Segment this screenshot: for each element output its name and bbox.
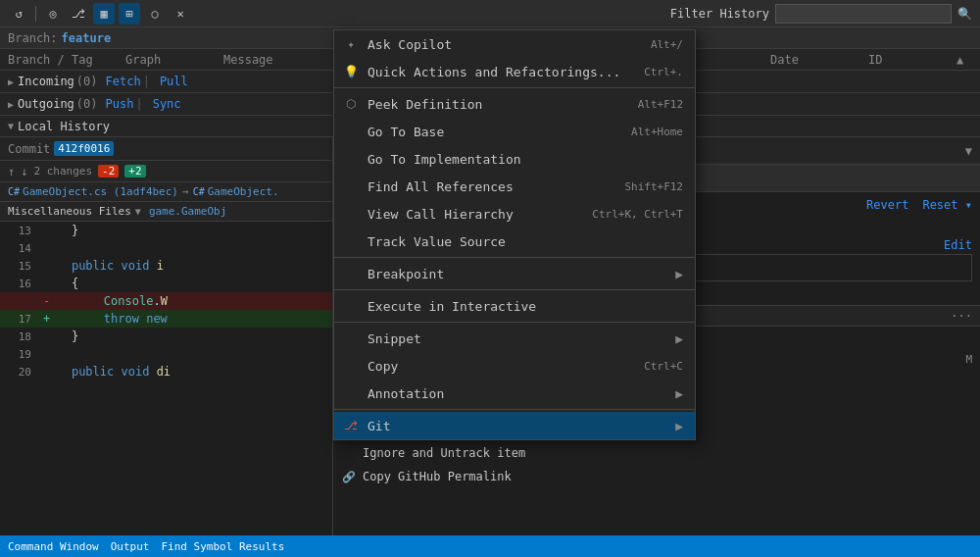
menu-shortcut-copy: Ctrl+C [644,360,683,373]
execute-icon [342,297,360,315]
down-arrow-icon[interactable]: ↓ [21,165,27,178]
status-command-window[interactable]: Command Window [8,540,99,553]
ignore-icon [341,445,357,461]
status-output[interactable]: Output [111,540,150,553]
file-status-badge: M [965,353,972,366]
git-icon: ⎇ [342,417,360,434]
history-icon[interactable]: ▦ [93,3,115,25]
snippet-arrow: ▶ [675,331,683,346]
changes-row: ↑ ↓ 2 changes -2 +2 [0,161,332,182]
menu-item-find-refs[interactable]: Find All References Shift+F12 [334,173,695,200]
search-icon[interactable]: 🔍 [957,7,972,21]
snippet-icon [342,329,360,347]
fetch-link[interactable]: Fetch [106,75,141,88]
menu-item-annotation[interactable]: Annotation ▶ [334,380,695,407]
outgoing-expand-icon: ▶ [8,99,14,110]
menu-item-go-to-impl[interactable]: Go To Implementation [334,145,695,173]
menu-label-copy: Copy [368,359,624,374]
menu-item-execute-interactive[interactable]: Execute in Interactive [334,292,695,320]
file-path-name2: GameObject. [208,185,279,198]
sync-link[interactable]: Sync [153,97,181,111]
menu-label-go-impl: Go To Implementation [368,152,663,167]
ignore-untrack-link[interactable]: Ignore and Untrack item [341,442,972,464]
col-header-id: ID [868,53,956,67]
copy-permalink-link[interactable]: 🔗 Copy GitHub Permalink [341,466,972,487]
menu-label-track-val: Track Value Source [368,234,663,249]
code-line-16: 16 { [0,275,332,292]
reset-button[interactable]: Reset ▾ [922,198,972,212]
code-editor: 13 } 14 15 public void i 16 { - Console.… [0,222,332,537]
menu-label-breakpoint: Breakpoint [368,267,517,281]
toolbar-separator [35,6,36,22]
menu-item-ask-copilot[interactable]: ✦ Ask Copilot Alt+/ [334,30,695,58]
menu-item-breakpoint[interactable]: Breakpoint ▶ [334,260,695,287]
call-hier-icon [342,205,360,223]
settings-icon[interactable]: ○ [144,3,166,25]
top-toolbar: ↺ ◎ ⎇ ▦ ⊞ ○ ✕ Filter History 🔍 [0,0,980,27]
menu-item-track-value[interactable]: Track Value Source [334,228,695,255]
menu-item-call-hierarchy[interactable]: View Call Hierarchy Ctrl+K, Ctrl+T [334,200,695,228]
menu-label-go-base: Go To Base [368,125,612,139]
filter-history-area: Filter History 🔍 [670,4,972,24]
menu-item-quick-actions[interactable]: 💡 Quick Actions and Refactorings... Ctrl… [334,58,695,85]
outgoing-count: (0) [76,97,98,111]
menu-shortcut-quick-actions: Ctrl+. [644,66,683,78]
toolbar-icons: ↺ ◎ ⎇ ▦ ⊞ ○ ✕ [8,3,670,25]
separator-4 [334,322,695,323]
branches-icon[interactable]: ⎇ [68,3,89,25]
code-line-13: 13 } [0,222,332,239]
refresh-icon[interactable]: ↺ [8,3,29,25]
commit-dropdown-icon[interactable]: ▼ [965,144,972,158]
misc-dropdown-icon[interactable]: ▼ [135,206,141,217]
misc-files-row: Miscellaneous Files ▼ game.GameObj [0,202,332,222]
copilot-icon: ✦ [342,35,360,53]
copy-permalink-label: Copy GitHub Permalink [363,470,512,483]
outgoing-label: Outgoing [18,97,74,111]
git-arrow: ▶ [675,419,683,433]
revert-button[interactable]: Revert [866,198,908,212]
code-line-19: 19 [0,345,332,363]
pull-link[interactable]: Pull [160,75,188,88]
code-line-added: 17 + throw new [0,310,332,328]
file-path-row: C# GameObject.cs (1adf4bec) → C# GameObj… [0,182,332,202]
menu-shortcut-peek-def: Alt+F12 [638,98,683,111]
track-val-icon [342,232,360,250]
code-line-20: 20 public void di [0,363,332,380]
pending-changes-icon[interactable]: ◎ [42,3,64,25]
actions-icon[interactable]: ✕ [170,3,191,25]
go-base-icon [342,123,360,140]
plus-badge: +2 [124,165,145,177]
menu-item-snippet[interactable]: Snippet ▶ [334,325,695,352]
branch-label: Branch: [8,31,58,45]
git-graph-icon[interactable]: ⊞ [119,3,140,25]
status-find-symbol[interactable]: Find Symbol Results [161,540,284,553]
up-arrow-icon[interactable]: ↑ [8,165,15,178]
code-line-18: 18 } [0,328,332,345]
filter-history-input[interactable] [775,4,952,24]
col-header-date: Date [770,53,868,67]
branch-name: feature [62,31,112,45]
code-line-14: 14 [0,239,332,257]
menu-item-git[interactable]: ⎇ Git ▶ [334,412,695,439]
code-line-15: 15 public void i [0,257,332,275]
menu-item-peek-definition[interactable]: ⬡ Peek Definition Alt+F12 [334,90,695,118]
changes-more-button[interactable]: ··· [951,309,972,323]
local-history-label: Local History [18,120,110,133]
menu-item-go-to-base[interactable]: Go To Base Alt+Home [334,118,695,145]
edit-button[interactable]: Edit [944,238,972,252]
context-menu: ✦ Ask Copilot Alt+/ 💡 Quick Actions and … [333,29,696,440]
menu-shortcut-ask-copilot: Alt+/ [651,38,683,51]
code-line-removed: - Console.W [0,292,332,310]
code-panel: Commit 412f0016 ↑ ↓ 2 changes -2 +2 C# G… [0,137,333,557]
separator-5 [334,409,695,410]
col-header-scroll: ▲ [956,53,972,67]
menu-item-copy[interactable]: Copy Ctrl+C [334,352,695,380]
menu-label-execute: Execute in Interactive [368,299,683,314]
menu-shortcut-go-base: Alt+Home [631,126,683,138]
menu-label-call-hier: View Call Hierarchy [368,207,572,222]
push-link[interactable]: Push [106,97,134,111]
menu-label-peek-def: Peek Definition [368,97,618,112]
find-refs-icon [342,177,360,195]
local-history-expand-icon: ▼ [8,121,14,131]
ignore-label: Ignore and Untrack item [363,446,525,460]
